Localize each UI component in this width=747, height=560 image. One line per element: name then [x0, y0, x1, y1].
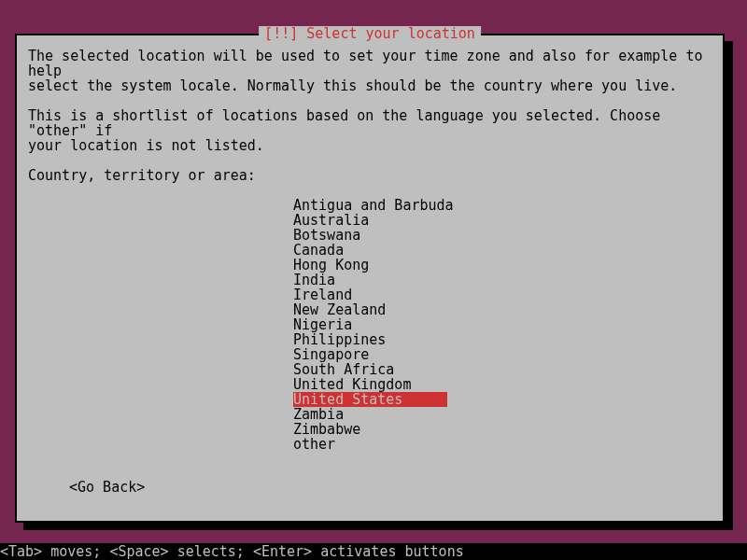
list-item-label: other: [293, 437, 335, 452]
list-item[interactable]: Ireland: [293, 287, 712, 302]
list-item[interactable]: Singapore: [293, 347, 712, 362]
list-item[interactable]: Hong Kong: [293, 258, 712, 273]
list-item-label: Singapore: [293, 347, 369, 362]
list-item-label: Antigua and Barbuda: [293, 198, 454, 213]
list-item-label: New Zealand: [293, 302, 386, 317]
paragraph-1: The selected location will be used to se…: [28, 49, 712, 93]
prompt-label: Country, territory or area:: [28, 168, 712, 183]
list-item[interactable]: Botswana: [293, 228, 712, 243]
title-text: Select your location: [306, 25, 475, 42]
spacer: [28, 153, 712, 168]
list-item[interactable]: Zimbabwe: [293, 422, 712, 437]
footer-help: <Tab> moves; <Space> selects; <Enter> ac…: [0, 543, 747, 560]
list-item-label: United Kingdom: [293, 377, 411, 392]
list-item[interactable]: New Zealand: [293, 302, 712, 317]
list-item[interactable]: India: [293, 273, 712, 287]
spacer: [28, 93, 712, 108]
go-back-button[interactable]: <Go Back>: [69, 479, 145, 496]
list-item-label: Hong Kong: [293, 258, 369, 273]
list-item[interactable]: United States: [293, 392, 712, 407]
list-item[interactable]: Nigeria: [293, 317, 712, 332]
list-item[interactable]: other: [293, 437, 712, 452]
list-item-label: Botswana: [293, 228, 360, 243]
list-item[interactable]: Australia: [293, 213, 712, 228]
go-back-row: <Go Back>: [69, 480, 712, 495]
list-item-label: Canada: [293, 243, 344, 258]
list-item-label: Philippines: [293, 332, 386, 347]
list-item-label: Ireland: [293, 287, 352, 302]
location-dialog: [!!] Select your location The selected l…: [15, 34, 725, 523]
paragraph-2: This is a shortlist of locations based o…: [28, 108, 712, 153]
list-item[interactable]: Canada: [293, 243, 712, 258]
list-item-label: Zambia: [293, 407, 344, 422]
list-item-label: Australia: [293, 213, 369, 228]
list-item-label: Zimbabwe: [293, 422, 360, 437]
list-item-label: India: [293, 273, 335, 287]
list-item[interactable]: South Africa: [293, 362, 712, 377]
list-item-label: Nigeria: [293, 317, 352, 332]
list-item[interactable]: Zambia: [293, 407, 712, 422]
list-item[interactable]: Philippines: [293, 332, 712, 347]
list-item-label: United States: [293, 392, 447, 407]
list-item[interactable]: Antigua and Barbuda: [293, 198, 712, 213]
list-item[interactable]: United Kingdom: [293, 377, 712, 392]
title-prefix: [!!]: [264, 25, 306, 42]
dialog-content: The selected location will be used to se…: [17, 35, 723, 506]
location-list[interactable]: Antigua and BarbudaAustraliaBotswanaCana…: [293, 198, 712, 452]
dialog-title: [!!] Select your location: [259, 26, 481, 41]
list-item-label: South Africa: [293, 362, 394, 377]
